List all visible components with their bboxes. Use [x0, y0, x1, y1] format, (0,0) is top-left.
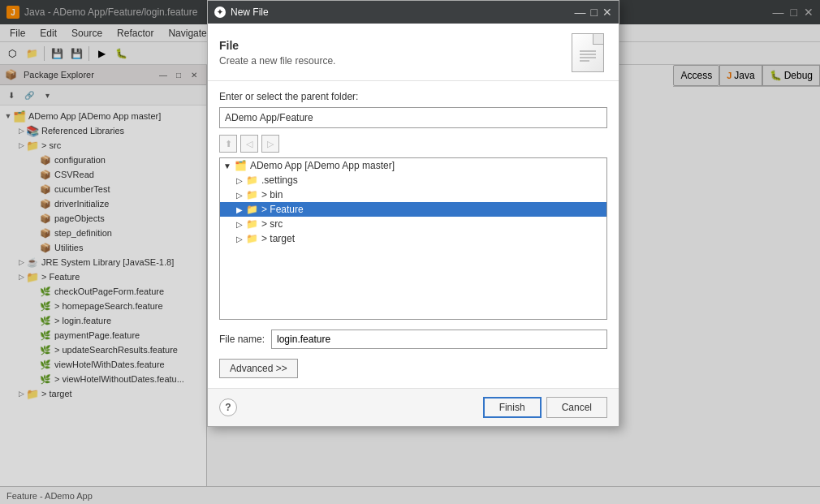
- new-file-dialog: ✦ New File — □ ✕ File Create a new file …: [207, 0, 619, 427]
- file-line-3: [580, 57, 596, 58]
- src-expand2: ▷: [236, 220, 243, 229]
- dialog-icon: ✦: [214, 6, 226, 18]
- dialog-header-icon: [568, 33, 607, 72]
- tree-back-btn[interactable]: ◁: [240, 135, 258, 153]
- filename-label: File name:: [219, 334, 265, 345]
- src-folder-icon2: 📁: [246, 218, 258, 230]
- settings-expand: ▷: [236, 176, 243, 185]
- dialog-tree-feature[interactable]: ▶ 📁 > Feature: [220, 202, 606, 217]
- dialog-footer: ? Finish Cancel: [208, 388, 619, 426]
- dialog-title: New File: [231, 6, 575, 18]
- advanced-button[interactable]: Advanced >>: [219, 359, 298, 378]
- filename-row: File name:: [219, 330, 607, 349]
- dialog-header-desc: Create a new file resource.: [219, 55, 335, 67]
- dialog-maximize-btn[interactable]: □: [591, 6, 598, 19]
- file-line-4: [580, 60, 589, 62]
- help-button[interactable]: ?: [219, 398, 237, 416]
- bin-expand: ▷: [236, 191, 243, 200]
- src-label2: > src: [261, 218, 283, 230]
- dialog-tree-root[interactable]: ▼ 🗂️ ADemo App [ADemo App master]: [220, 158, 606, 173]
- dialog-header-title: File: [219, 39, 335, 52]
- dialog-body: Enter or select the parent folder: ⬆ ◁ ▷…: [208, 81, 619, 388]
- dialog-tree-src[interactable]: ▷ 📁 > src: [220, 217, 606, 231]
- dialog-tree-target[interactable]: ▷ 📁 > target: [220, 231, 606, 246]
- tree-nav-toolbar: ⬆ ◁ ▷: [219, 135, 607, 153]
- dialog-tree-bin[interactable]: ▷ 📁 > bin: [220, 187, 606, 202]
- dialog-minimize-btn[interactable]: —: [575, 6, 586, 19]
- bin-label: > bin: [261, 189, 283, 200]
- root-project-label: ADemo App [ADemo App master]: [250, 160, 395, 171]
- target-expand2: ▷: [236, 235, 243, 243]
- dialog-window-controls: — □ ✕: [575, 6, 612, 19]
- root-project-icon2: 🗂️: [235, 160, 247, 171]
- cancel-button[interactable]: Cancel: [546, 397, 607, 418]
- dialog-header-text: File Create a new file resource.: [219, 39, 335, 67]
- feature-label2: > Feature: [261, 204, 304, 215]
- dialog-tree-settings[interactable]: ▷ 📁 .settings: [220, 173, 606, 187]
- feature-folder-icon2: 📁: [246, 204, 258, 215]
- file-large-icon: [572, 33, 604, 72]
- dialog-titlebar: ✦ New File — □ ✕: [208, 1, 619, 24]
- file-icon-lines: [575, 39, 601, 67]
- root-expand-arrow: ▼: [223, 162, 231, 170]
- folder-label: Enter or select the parent folder:: [219, 91, 607, 102]
- target-folder-icon2: 📁: [246, 233, 258, 244]
- folder-path-input[interactable]: [219, 107, 607, 128]
- dialog-header: File Create a new file resource.: [208, 24, 619, 81]
- finish-button[interactable]: Finish: [483, 397, 542, 418]
- dialog-close-btn[interactable]: ✕: [602, 6, 612, 19]
- bin-folder-icon: 📁: [246, 189, 258, 200]
- folder-tree: ▼ 🗂️ ADemo App [ADemo App master] ▷ 📁 .s…: [219, 157, 607, 320]
- settings-folder-icon: 📁: [246, 174, 258, 186]
- file-line-1: [580, 50, 596, 52]
- tree-forward-btn[interactable]: ▷: [261, 135, 279, 153]
- footer-buttons: Finish Cancel: [483, 397, 607, 418]
- target-label2: > target: [261, 233, 295, 244]
- filename-input[interactable]: [271, 330, 607, 349]
- file-line-2: [580, 54, 596, 55]
- settings-label: .settings: [261, 174, 298, 186]
- feature-expand2: ▶: [236, 205, 243, 214]
- tree-up-btn[interactable]: ⬆: [219, 135, 237, 153]
